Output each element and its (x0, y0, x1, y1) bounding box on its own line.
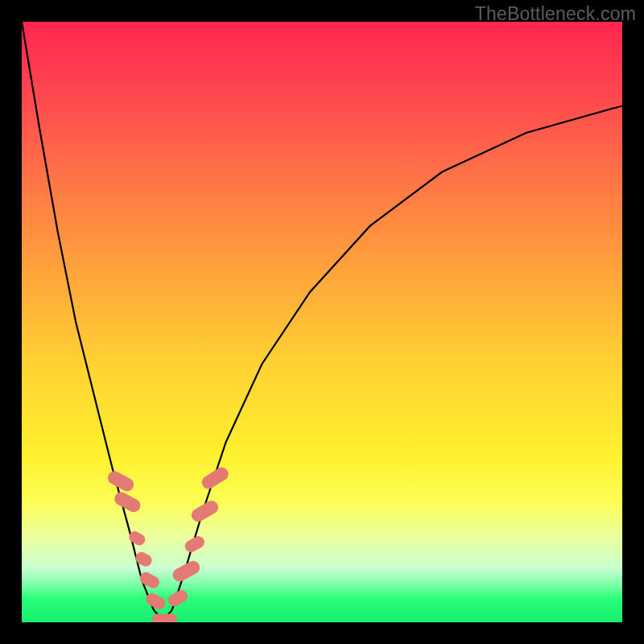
curve-marker (171, 559, 202, 584)
chart-area (22, 22, 622, 622)
curve-marker (189, 498, 221, 524)
curve-marker (112, 490, 142, 515)
curve-marker (152, 614, 177, 622)
marker-group (105, 465, 231, 622)
bottleneck-curve (22, 22, 622, 621)
curve-marker (200, 465, 231, 492)
watermark-text: TheBottleneck.com (475, 3, 636, 25)
curve-marker (134, 550, 154, 568)
curve-marker (138, 570, 161, 590)
bottleneck-plot (22, 22, 622, 622)
curve-marker (105, 469, 136, 493)
